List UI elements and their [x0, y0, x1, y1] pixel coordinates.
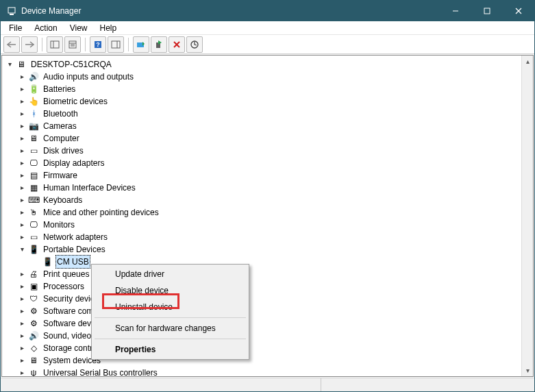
expand-icon[interactable]: ▸	[17, 97, 27, 106]
maximize-button[interactable]	[471, 1, 503, 21]
tree-label: Universal Serial Bus controllers	[42, 367, 159, 377]
expand-icon[interactable]: ▸	[17, 343, 27, 353]
expand-icon[interactable]: ▸	[17, 282, 27, 291]
expand-icon[interactable]: ▸	[17, 331, 27, 341]
tree-row[interactable]: ▸🖥System devices	[3, 354, 532, 367]
tree-row[interactable]: 📱CM USB	[3, 256, 532, 268]
tree-label: Batteries	[42, 83, 77, 95]
tree-row[interactable]: ▸🖵Monitors	[3, 219, 532, 231]
tree-row[interactable]: ▸🖥Computer	[3, 132, 532, 145]
device-category-icon: 📷	[28, 121, 39, 132]
cm-separator	[95, 339, 246, 339]
tree-label: Mice and other pointing devices	[42, 206, 160, 219]
statusbar	[1, 378, 534, 392]
scroll-up-arrow[interactable]: ▴	[522, 56, 533, 67]
tree-row[interactable]: ▸🛡Security devices	[3, 293, 532, 305]
tree-row[interactable]: ▸👆Biometric devices	[3, 95, 532, 108]
tree-label: Display adapters	[42, 157, 105, 169]
tree-label: Portable Devices	[42, 243, 107, 256]
tree-row[interactable]: ▾📱Portable Devices	[3, 243, 532, 256]
expand-icon[interactable]: ▸	[17, 171, 27, 180]
expand-icon[interactable]: ▸	[17, 109, 27, 119]
enable-device-button[interactable]	[151, 36, 167, 53]
expand-icon[interactable]: ▸	[17, 183, 27, 193]
collapse-icon[interactable]: ▾	[17, 245, 27, 254]
tree-row[interactable]: ▸📷Cameras	[3, 120, 532, 132]
device-category-icon: 🖱	[28, 207, 39, 218]
expand-icon[interactable]: ▸	[17, 319, 27, 328]
device-category-icon: 🛡	[28, 293, 39, 304]
expand-icon[interactable]: ▸	[17, 195, 27, 205]
tree-row[interactable]: ▸⚙Software components	[3, 305, 532, 317]
tree-row[interactable]: ▸▣Processors	[3, 280, 532, 293]
titlebar: Device Manager	[1, 1, 534, 21]
update-driver-button[interactable]	[133, 36, 149, 53]
scan-hardware-button[interactable]	[186, 36, 203, 53]
expand-icon[interactable]: ▸	[17, 208, 27, 217]
tree-row[interactable]: ▸🔋Batteries	[3, 83, 532, 95]
scroll-down-arrow[interactable]: ▾	[522, 365, 533, 376]
properties-button[interactable]	[64, 36, 81, 53]
expand-icon[interactable]: ▸	[17, 356, 27, 365]
tree-row[interactable]: ▾🖥DESKTOP-C51CRQA	[3, 58, 532, 71]
expand-icon[interactable]: ▸	[17, 269, 27, 279]
expand-icon[interactable]: ▸	[17, 294, 27, 304]
expand-icon[interactable]: ▸	[17, 368, 27, 377]
device-category-icon: 🖵	[28, 219, 39, 230]
forward-button[interactable]	[21, 36, 38, 53]
menu-file[interactable]: File	[3, 22, 27, 34]
cm-uninstall-device[interactable]: Uninstall device	[93, 299, 247, 315]
tree-row[interactable]: ▸◇Storage controllers	[3, 342, 532, 354]
tree-label: Computer	[42, 132, 81, 145]
tree-label: DESKTOP-C51CRQA	[29, 58, 113, 71]
menu-action[interactable]: Action	[29, 22, 62, 34]
app-icon	[6, 5, 17, 16]
device-category-icon: ◇	[28, 343, 39, 354]
tree-row[interactable]: ▸🔊Audio inputs and outputs	[3, 71, 532, 83]
cm-disable-device[interactable]: Disable device	[93, 282, 247, 299]
twisty-none	[31, 257, 40, 267]
svg-rect-3	[484, 8, 490, 14]
cm-properties[interactable]: Properties	[93, 341, 247, 358]
menu-help[interactable]: Help	[95, 22, 123, 34]
device-category-icon: 🖵	[28, 158, 39, 169]
svg-text:?: ?	[96, 41, 100, 48]
expand-icon[interactable]: ▸	[17, 220, 27, 230]
show-hide-tree-button[interactable]	[47, 36, 63, 53]
tree-row[interactable]: ▸🖱Mice and other pointing devices	[3, 206, 532, 219]
tree-row[interactable]: ▸▦Human Interface Devices	[3, 182, 532, 194]
tree-row[interactable]: ▸▭Disk drives	[3, 145, 532, 157]
cm-scan-hardware[interactable]: Scan for hardware changes	[93, 320, 247, 336]
tree-row[interactable]: ▸🖵Display adapters	[3, 157, 532, 169]
back-button[interactable]	[3, 36, 20, 53]
expand-icon[interactable]: ▸	[17, 134, 27, 143]
tree-row[interactable]: ▸ᚼBluetooth	[3, 108, 532, 120]
minimize-button[interactable]	[440, 1, 471, 21]
collapse-icon[interactable]: ▾	[5, 60, 14, 69]
tree-row[interactable]: ▸▤Firmware	[3, 169, 532, 182]
expand-icon[interactable]: ▸	[17, 146, 27, 156]
menu-view[interactable]: View	[64, 22, 93, 34]
cm-update-driver[interactable]: Update driver	[93, 266, 247, 282]
expand-icon[interactable]: ▸	[17, 306, 27, 316]
device-category-icon: 🔊	[28, 71, 39, 82]
action-pane-button[interactable]	[108, 36, 124, 53]
expand-icon[interactable]: ▸	[17, 121, 27, 131]
tree-row[interactable]: ▸🖨Print queues	[3, 268, 532, 280]
help-button[interactable]: ?	[90, 36, 106, 53]
tree-row[interactable]: ▸ψUniversal Serial Bus controllers	[3, 367, 532, 377]
tree-row[interactable]: ▸🔊Sound, video and game controllers	[3, 330, 532, 342]
expand-icon[interactable]: ▸	[17, 84, 27, 94]
expand-icon[interactable]: ▸	[17, 72, 27, 82]
tree-row[interactable]: ▸▭Network adapters	[3, 231, 532, 243]
close-button[interactable]	[503, 1, 534, 21]
uninstall-button[interactable]	[169, 36, 185, 53]
tree-row[interactable]: ▸⚙Software devices	[3, 317, 532, 330]
device-category-icon: 🖥	[28, 133, 39, 144]
tree-row[interactable]: ▸⌨Keyboards	[3, 194, 532, 206]
vertical-scrollbar[interactable]: ▴ ▾	[521, 56, 533, 376]
expand-icon[interactable]: ▸	[17, 232, 27, 242]
expand-icon[interactable]: ▸	[17, 158, 27, 168]
device-category-icon: 🖨	[28, 269, 39, 280]
device-tree-pane: ▾🖥DESKTOP-C51CRQA▸🔊Audio inputs and outp…	[1, 55, 534, 377]
